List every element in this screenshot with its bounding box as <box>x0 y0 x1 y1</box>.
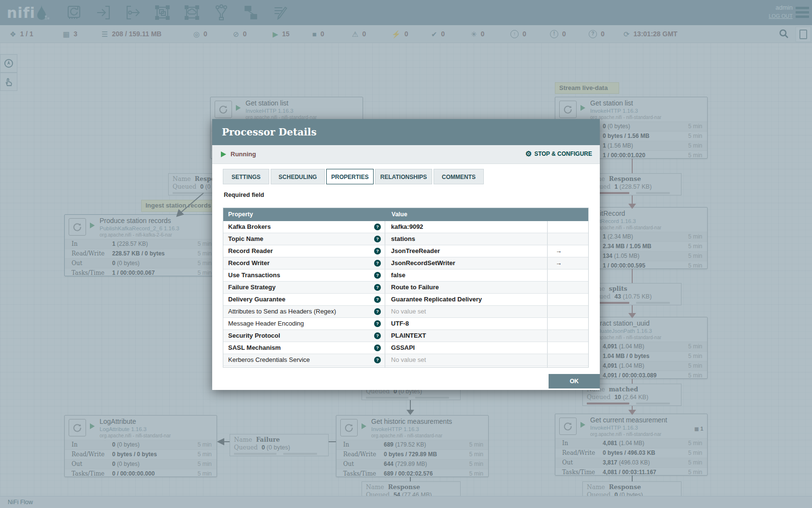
nifi-app: nifi <box>0 0 812 508</box>
help-icon[interactable]: ? <box>374 236 381 242</box>
property-row: Message Header Encoding? UTF-8 <box>223 318 588 330</box>
property-row: Use Transactions? false <box>223 269 588 282</box>
property-row: SASL Mechanism? GSSAPI <box>223 342 588 354</box>
properties-table-header: Property Value <box>223 208 588 221</box>
help-icon[interactable]: ? <box>374 272 381 279</box>
help-icon[interactable]: ? <box>374 296 381 303</box>
property-row: Security Protocol? PLAINTEXT <box>223 330 588 342</box>
property-row: Kerberos User Service? No value set <box>223 366 588 368</box>
property-row: Record Writer? JsonRecordSetWriter → <box>223 257 588 269</box>
property-row: Delivery Guarantee? Guarantee Replicated… <box>223 294 588 306</box>
properties-table: Property Value Kafka Brokers? kafka:9092… <box>223 208 589 368</box>
tab-relationships[interactable]: RELATIONSHIPS <box>375 169 432 184</box>
tab-properties[interactable]: PROPERTIES <box>326 169 374 184</box>
run-state-label: Running <box>231 150 256 158</box>
dialog-title: Processor Details <box>212 119 600 145</box>
go-to-service-icon[interactable]: → <box>555 259 562 267</box>
running-status-icon <box>221 151 226 157</box>
help-icon[interactable]: ? <box>374 260 381 267</box>
help-icon[interactable]: ? <box>374 308 381 315</box>
ok-button[interactable]: OK <box>549 374 600 388</box>
property-row: Topic Name? stations <box>223 233 588 245</box>
tab-scheduling[interactable]: SCHEDULING <box>271 169 325 184</box>
help-icon[interactable]: ? <box>374 332 381 339</box>
value-column-header: Value <box>386 208 549 221</box>
property-row: Failure Strategy? Route to Failure <box>223 282 588 294</box>
help-icon[interactable]: ? <box>374 344 381 351</box>
property-row: Kafka Brokers? kafka:9092 <box>223 221 588 233</box>
processor-details-dialog: Processor Details Running ⚙ STOP & CONFI… <box>212 119 600 390</box>
stop-and-configure-button[interactable]: ⚙ STOP & CONFIGURE <box>525 150 592 157</box>
tab-comments[interactable]: COMMENTS <box>434 169 484 184</box>
property-row: Record Reader? JsonTreeReader → <box>223 245 588 257</box>
property-row: Kerberos Credentials Service? No value s… <box>223 354 588 366</box>
dialog-tabs: SETTINGS SCHEDULING PROPERTIES RELATIONS… <box>223 169 484 184</box>
help-icon[interactable]: ? <box>374 320 381 327</box>
gear-icon: ⚙ <box>525 150 532 157</box>
required-field-note: Required field <box>224 192 264 198</box>
property-row: Attributes to Send as Headers (Regex)? N… <box>223 306 588 318</box>
dialog-status-row: Running ⚙ STOP & CONFIGURE <box>212 145 600 164</box>
go-to-service-icon[interactable]: → <box>555 247 562 254</box>
tab-settings[interactable]: SETTINGS <box>223 169 269 184</box>
help-icon[interactable]: ? <box>374 357 381 363</box>
property-column-header: Property <box>223 208 386 221</box>
help-icon[interactable]: ? <box>374 224 381 230</box>
help-icon[interactable]: ? <box>374 284 381 291</box>
help-icon[interactable]: ? <box>374 248 381 254</box>
